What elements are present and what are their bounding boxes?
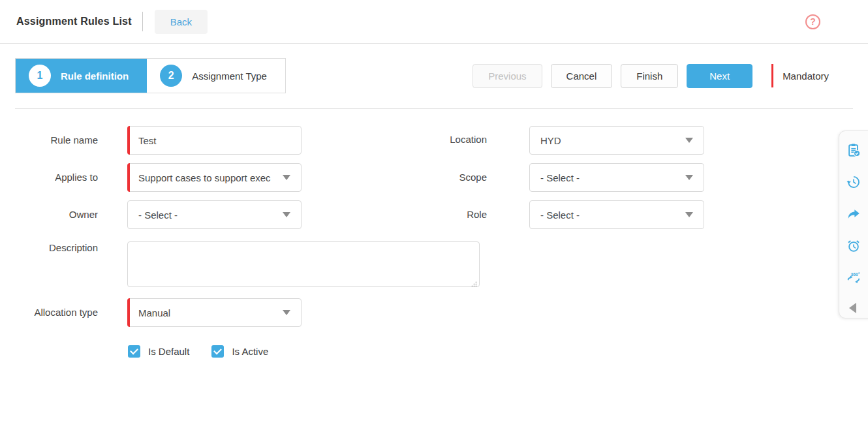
scope-value: - Select - xyxy=(530,172,580,183)
role-label: Role xyxy=(402,209,487,220)
rule-name-label: Rule name xyxy=(13,134,98,146)
description-field xyxy=(127,241,480,287)
share-icon[interactable] xyxy=(846,207,861,221)
tab-rule-definition[interactable]: 1 Rule definition xyxy=(16,59,147,93)
allocation-type-value: Manual xyxy=(128,307,170,318)
360-view-icon[interactable]: 360° xyxy=(846,271,861,285)
help-icon[interactable]: ? xyxy=(805,14,820,29)
mandatory-red-bar-icon xyxy=(771,64,773,87)
alarm-icon[interactable] xyxy=(846,239,861,253)
location-label: Location xyxy=(402,134,487,145)
required-indicator xyxy=(127,126,130,155)
360-label: 360° xyxy=(851,272,860,277)
top-header-bar: Assignment Rules List Back ? xyxy=(0,0,868,44)
allocation-type-select[interactable]: Manual xyxy=(127,298,302,327)
is-default-option: Is Default xyxy=(128,345,189,358)
scope-label: Scope xyxy=(402,172,487,183)
role-value: - Select - xyxy=(530,209,580,221)
role-select[interactable]: - Select - xyxy=(529,200,704,229)
clipboard-check-icon[interactable] xyxy=(846,143,861,157)
location-select[interactable]: HYD xyxy=(529,126,704,155)
rule-name-field xyxy=(127,126,302,155)
wizard-toolbar-row: 1 Rule definition 2 Assignment Type Prev… xyxy=(15,58,853,93)
tab-assignment-type[interactable]: 2 Assignment Type xyxy=(147,59,285,93)
utility-side-panel: 360° xyxy=(839,131,868,318)
history-icon[interactable] xyxy=(846,175,861,189)
title-separator xyxy=(142,12,143,31)
step-number-badge: 1 xyxy=(29,65,51,87)
chevron-down-icon xyxy=(283,212,290,217)
scope-select[interactable]: - Select - xyxy=(529,163,704,192)
next-button[interactable]: Next xyxy=(687,64,752,88)
collapse-icon[interactable] xyxy=(849,303,856,313)
assignment-rule-page: Assignment Rules List Back ? 1 Rule defi… xyxy=(0,0,868,447)
previous-button[interactable]: Previous xyxy=(473,64,542,88)
owner-label: Owner xyxy=(13,209,98,220)
is-default-label: Is Default xyxy=(148,346,189,357)
applies-to-value: Support cases to support exec xyxy=(128,172,271,183)
is-default-checkbox[interactable] xyxy=(128,345,140,358)
step-label: Assignment Type xyxy=(192,70,267,82)
cancel-button[interactable]: Cancel xyxy=(551,64,613,88)
description-textarea[interactable] xyxy=(128,242,479,286)
finish-button[interactable]: Finish xyxy=(621,64,678,88)
chevron-down-icon xyxy=(685,138,693,143)
chevron-down-icon xyxy=(685,175,693,180)
chevron-down-icon xyxy=(283,175,290,180)
rule-name-input[interactable] xyxy=(128,127,301,154)
page-title: Assignment Rules List xyxy=(16,16,132,27)
flags-checkbox-group: Is Default Is Active xyxy=(128,345,268,358)
description-label: Description xyxy=(13,242,98,253)
location-value: HYD xyxy=(530,135,561,146)
step-number-badge: 2 xyxy=(160,65,182,87)
owner-value: - Select - xyxy=(128,209,178,221)
mandatory-legend: Mandatory xyxy=(771,64,829,87)
wizard-steps: 1 Rule definition 2 Assignment Type xyxy=(15,58,286,93)
owner-select[interactable]: - Select - xyxy=(127,200,302,229)
required-indicator xyxy=(127,163,130,192)
mandatory-label: Mandatory xyxy=(783,70,829,82)
action-toolbar: Previous Cancel Finish Next xyxy=(473,64,752,88)
chevron-down-icon xyxy=(283,310,290,315)
is-active-option: Is Active xyxy=(211,345,268,358)
applies-to-select[interactable]: Support cases to support exec xyxy=(127,163,302,192)
rule-definition-form: Rule name Applies to Owner Description A… xyxy=(0,109,868,447)
allocation-type-label: Allocation type xyxy=(13,307,98,318)
applies-to-label: Applies to xyxy=(13,172,98,183)
is-active-checkbox[interactable] xyxy=(211,345,224,358)
resize-grip-icon[interactable] xyxy=(471,278,477,285)
required-indicator xyxy=(127,298,130,327)
is-active-label: Is Active xyxy=(232,346,268,357)
chevron-down-icon xyxy=(685,212,693,217)
step-label: Rule definition xyxy=(61,70,129,82)
back-button[interactable]: Back xyxy=(155,10,208,34)
